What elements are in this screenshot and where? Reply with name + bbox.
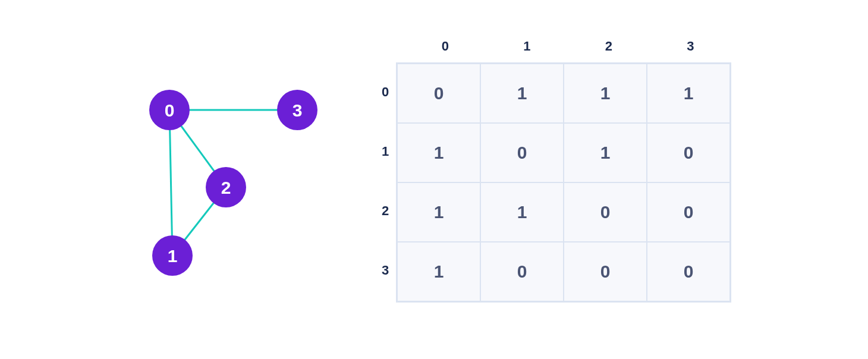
- matrix-cell: 0: [480, 242, 564, 301]
- matrix-cell: 1: [397, 123, 480, 182]
- adjacency-matrix: 0 1 2 3 0 1 2 3 0111101011001000: [375, 39, 731, 303]
- graph-node: 2: [206, 167, 246, 207]
- graph-node-label: 2: [221, 178, 231, 197]
- matrix-row-header: 2: [375, 181, 396, 241]
- graph-svg: 0123: [137, 83, 333, 285]
- matrix-cell: 0: [647, 123, 730, 182]
- graph-node: 0: [149, 90, 190, 130]
- matrix-cell: 0: [647, 182, 730, 242]
- graph-edge: [169, 110, 172, 256]
- matrix-cell: 1: [647, 64, 730, 123]
- matrix-cell: 1: [480, 64, 564, 123]
- diagram-stage: 0123 0 1 2 3 0 1 2 3 0111101011001000: [0, 0, 868, 359]
- matrix-cell: 1: [564, 123, 647, 182]
- graph-node-label: 1: [168, 246, 178, 266]
- matrix-cell: 1: [480, 182, 564, 242]
- graph-nodes: 0123: [149, 90, 317, 276]
- matrix-col-headers: 0 1 2 3: [404, 39, 731, 62]
- matrix-row-headers: 0 1 2 3: [375, 62, 396, 303]
- matrix-col-header: 3: [650, 39, 732, 62]
- matrix-col-header: 0: [404, 39, 486, 62]
- matrix-cell: 1: [397, 182, 480, 242]
- graph-node: 3: [277, 90, 317, 130]
- matrix-cell: 0: [647, 242, 730, 301]
- matrix-body: 0 1 2 3 0111101011001000: [375, 62, 731, 303]
- graph-container: 0123: [137, 83, 333, 285]
- graph-node-label: 3: [293, 100, 303, 120]
- matrix-cell: 0: [397, 64, 480, 123]
- matrix-col-header: 1: [486, 39, 568, 62]
- matrix-cell: 0: [480, 123, 564, 182]
- graph-node: 1: [152, 235, 193, 276]
- matrix-cell: 1: [397, 242, 480, 301]
- matrix-cell: 0: [564, 242, 647, 301]
- matrix-row-header: 0: [375, 62, 396, 122]
- matrix-cell: 1: [564, 64, 647, 123]
- graph-node-label: 0: [165, 100, 175, 120]
- matrix-row-header: 1: [375, 122, 396, 181]
- matrix-grid: 0111101011001000: [396, 62, 731, 303]
- matrix-cell: 0: [564, 182, 647, 242]
- matrix-col-header: 2: [568, 39, 650, 62]
- matrix-row-header: 3: [375, 241, 396, 300]
